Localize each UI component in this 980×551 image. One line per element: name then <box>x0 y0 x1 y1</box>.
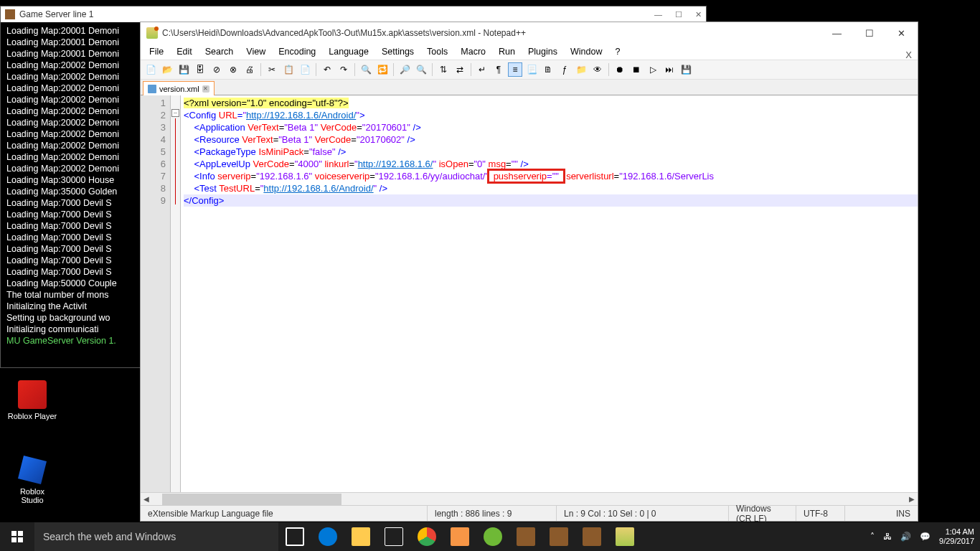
edge-icon[interactable] <box>311 522 344 551</box>
utility-icon[interactable] <box>476 522 509 551</box>
horizontal-scrollbar[interactable]: ◀ ▶ <box>141 492 918 505</box>
shortcut-label: Roblox Player <box>7 412 57 420</box>
secondary-close[interactable]: X <box>905 50 912 60</box>
mu-icon-2[interactable] <box>542 522 575 551</box>
udl-icon[interactable]: 📃 <box>524 62 539 77</box>
close-all-icon[interactable]: ⊗ <box>226 62 240 77</box>
stop-icon[interactable]: ⏹ <box>629 62 644 77</box>
status-bar: eXtensible Markup Language file length :… <box>141 505 918 521</box>
search-box[interactable]: Search the web and Windows <box>34 522 278 551</box>
save-icon[interactable]: 💾 <box>176 62 191 77</box>
new-file-icon[interactable]: 📄 <box>143 62 158 77</box>
print-icon[interactable]: 🖨 <box>242 62 257 77</box>
play-multi-icon[interactable]: ⏭ <box>662 62 677 77</box>
scroll-thumb[interactable] <box>162 494 341 505</box>
tab-bar: version.xml ✕ <box>141 80 918 95</box>
close-button[interactable]: ✕ <box>695 10 702 19</box>
maximize-button[interactable]: ☐ <box>675 10 682 19</box>
volume-icon[interactable]: 🔊 <box>900 532 911 542</box>
mu-icon-1[interactable] <box>509 522 542 551</box>
clock[interactable]: 1:04 AM 9/29/2017 <box>939 527 974 546</box>
system-tray: ˄ 🖧 🔊 💬 1:04 AM 9/29/2017 <box>870 527 980 546</box>
notepadpp-window: C:\Users\Heidi\Downloads\AdvancedApkTool… <box>140 22 918 522</box>
status-eol: Windows (CR LF) <box>729 506 796 521</box>
fold-toggle-icon[interactable]: – <box>171 109 179 117</box>
sync-h-icon[interactable]: ⇄ <box>453 62 467 77</box>
menu-?[interactable]: ? <box>609 45 626 58</box>
menu-plugins[interactable]: Plugins <box>522 45 563 58</box>
find-icon[interactable]: 🔍 <box>359 62 373 77</box>
mu-icon-3[interactable] <box>575 522 608 551</box>
scroll-right-icon[interactable]: ▶ <box>906 495 918 503</box>
menu-search[interactable]: Search <box>199 45 240 58</box>
minimize-button[interactable]: — <box>821 23 853 43</box>
play-icon[interactable]: ▷ <box>646 62 660 77</box>
task-view-icon[interactable] <box>278 522 311 551</box>
menu-language[interactable]: Language <box>323 45 374 58</box>
menu-macro[interactable]: Macro <box>455 45 491 58</box>
maximize-button[interactable]: ☐ <box>853 23 885 43</box>
xml-declaration: <?xml version="1.0" encoding="utf-8"?> <box>184 98 349 108</box>
fold-guide <box>175 118 176 204</box>
monitor-icon[interactable]: 👁 <box>590 62 605 77</box>
scroll-left-icon[interactable]: ◀ <box>141 495 152 503</box>
notifications-icon[interactable]: 💬 <box>920 532 930 542</box>
tab-label: version.xml <box>159 85 199 93</box>
highlighted-attr: pushserverip="" <box>487 169 565 184</box>
editor-area[interactable]: 123456789 – <?xml version="1.0" encoding… <box>141 95 918 492</box>
menu-settings[interactable]: Settings <box>376 45 420 58</box>
console-titlebar[interactable]: Game Server line 1 — ☐ ✕ <box>1 6 706 22</box>
notepadpp-taskbar-icon[interactable] <box>608 522 641 551</box>
downloader-icon[interactable] <box>443 522 476 551</box>
status-position: Ln : 9 Col : 10 Sel : 0 | 0 <box>557 506 729 521</box>
menu-view[interactable]: View <box>240 45 271 58</box>
menu-edit[interactable]: Edit <box>171 45 198 58</box>
zoom-in-icon[interactable]: 🔎 <box>397 62 412 77</box>
status-insert: INS <box>845 506 918 521</box>
menu-file[interactable]: File <box>143 45 169 58</box>
npp-titlebar[interactable]: C:\Users\Heidi\Downloads\AdvancedApkTool… <box>141 22 918 44</box>
doc-map-icon[interactable]: 🗎 <box>541 62 555 77</box>
start-button[interactable] <box>0 522 34 551</box>
func-list-icon[interactable]: ƒ <box>557 62 572 77</box>
tab-close-icon[interactable]: ✕ <box>202 85 209 93</box>
redo-icon[interactable]: ↷ <box>336 62 351 77</box>
allchars-icon[interactable]: ¶ <box>491 62 506 77</box>
close-file-icon[interactable]: ⊘ <box>209 62 224 77</box>
line-gutter: 123456789 <box>141 95 171 492</box>
menu-tools[interactable]: Tools <box>421 45 453 58</box>
time-text: 1:04 AM <box>939 527 974 537</box>
zoom-out-icon[interactable]: 🔍 <box>414 62 428 77</box>
save-all-icon[interactable]: 🗄 <box>193 62 207 77</box>
sync-v-icon[interactable]: ⇅ <box>436 62 451 77</box>
tab-versionxml[interactable]: version.xml ✕ <box>143 81 215 95</box>
network-icon[interactable]: 🖧 <box>883 532 892 542</box>
replace-icon[interactable]: 🔁 <box>375 62 390 77</box>
roblox-player-shortcut[interactable]: Roblox Player <box>7 380 57 420</box>
toolbar: 📄 📂 💾 🗄 ⊘ ⊗ 🖨 ✂ 📋 📄 ↶ ↷ 🔍 🔁 🔎 🔍 ⇅ ⇄ ↵ ¶ … <box>141 60 918 80</box>
store-icon[interactable] <box>377 522 410 551</box>
menu-run[interactable]: Run <box>493 45 521 58</box>
record-icon[interactable]: ⏺ <box>613 62 627 77</box>
chrome-icon[interactable] <box>410 522 443 551</box>
tray-chevron-icon[interactable]: ˄ <box>870 532 875 542</box>
paste-icon[interactable]: 📄 <box>298 62 312 77</box>
open-file-icon[interactable]: 📂 <box>160 62 174 77</box>
minimize-button[interactable]: — <box>654 10 662 19</box>
close-button[interactable]: ✕ <box>885 23 918 43</box>
file-explorer-icon[interactable] <box>344 522 377 551</box>
undo-icon[interactable]: ↶ <box>320 62 334 77</box>
menu-encoding[interactable]: Encoding <box>273 45 321 58</box>
code-content[interactable]: <?xml version="1.0" encoding="utf-8"?> <… <box>181 95 918 492</box>
menu-bar: FileEditSearchViewEncodingLanguageSettin… <box>141 44 918 60</box>
roblox-player-icon <box>18 380 47 409</box>
fold-margin[interactable]: – <box>171 95 181 492</box>
folder-icon[interactable]: 📁 <box>574 62 588 77</box>
save-macro-icon[interactable]: 💾 <box>679 62 693 77</box>
copy-icon[interactable]: 📋 <box>281 62 296 77</box>
cut-icon[interactable]: ✂ <box>265 62 279 77</box>
roblox-studio-shortcut[interactable]: Roblox Studio <box>7 456 57 504</box>
wordwrap-icon[interactable]: ↵ <box>475 62 489 77</box>
menu-window[interactable]: Window <box>565 45 608 58</box>
indent-guide-icon[interactable]: ≡ <box>508 62 522 77</box>
